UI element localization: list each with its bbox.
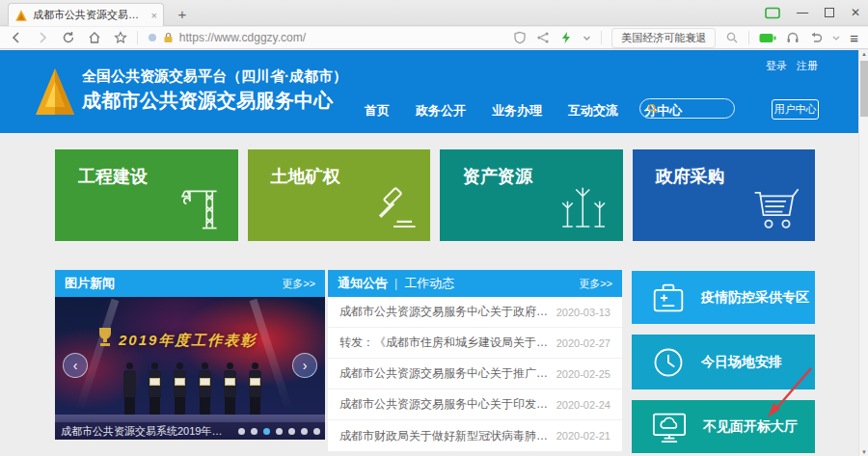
stage-banner-text: 2019年度工作表彰 bbox=[119, 332, 257, 350]
notice-row[interactable]: 成都市公共资源交易服务中心关于政府采购电子化... 2020-03-13 bbox=[328, 297, 622, 328]
forward-icon[interactable] bbox=[36, 31, 49, 44]
home-icon[interactable] bbox=[88, 31, 101, 44]
gavel-icon bbox=[368, 183, 419, 233]
register-link[interactable]: 注册 bbox=[797, 59, 818, 73]
minimize-button[interactable]: — bbox=[797, 3, 808, 22]
category-tiles: 工程建设 土地矿权 资产资源 bbox=[55, 149, 815, 241]
browser-window: 成都市公共资源交易服务中心 × + — ✕ https://ww bbox=[0, 0, 868, 456]
notice-row[interactable]: 成都市公共资源交易服务中心关于推广以电子保函... 2020-02-25 bbox=[328, 359, 622, 389]
clock-icon bbox=[651, 345, 686, 380]
close-button[interactable]: ✕ bbox=[851, 3, 860, 22]
scrollbar-up-icon[interactable]: ▲ bbox=[860, 51, 868, 57]
tile-land-mining[interactable]: 土地矿权 bbox=[248, 149, 431, 241]
chevron-down-icon[interactable] bbox=[583, 34, 591, 42]
wind-turbine-icon bbox=[557, 179, 611, 233]
share-icon[interactable] bbox=[536, 31, 550, 44]
titlebar: 成都市公共资源交易服务中心 × + — ✕ bbox=[0, 0, 868, 26]
user-center-button[interactable]: 用户中心 bbox=[772, 99, 819, 120]
tab-title: 成都市公共资源交易服务中心 bbox=[33, 8, 147, 22]
carousel-dots[interactable] bbox=[238, 428, 320, 435]
headset-icon[interactable] bbox=[786, 31, 800, 44]
scrollbar-thumb[interactable] bbox=[860, 61, 868, 117]
site-search-icon bbox=[647, 103, 658, 114]
notices-title[interactable]: 通知公告 bbox=[338, 275, 388, 292]
center-title: 成都市公共资源交易服务中心 bbox=[82, 88, 333, 114]
work-updates-tab[interactable]: 工作动态 bbox=[404, 275, 454, 292]
annotation-arrow-icon bbox=[765, 364, 815, 420]
trophy-icon bbox=[95, 326, 115, 347]
new-tab-button[interactable]: + bbox=[172, 5, 193, 24]
menu-icon[interactable]: ≡ bbox=[850, 30, 858, 46]
favicon-icon bbox=[14, 9, 28, 22]
lock-icon bbox=[163, 32, 174, 43]
nav-interaction[interactable]: 互动交流 bbox=[568, 102, 618, 120]
site-header: 全国公共资源交易平台（四川省·成都市） 成都市公共资源交易服务中心 登录 注册 … bbox=[0, 50, 858, 133]
favorites-star-icon[interactable] bbox=[114, 31, 127, 44]
chevron-down-small-icon[interactable] bbox=[832, 34, 840, 41]
platform-title: 全国公共资源交易平台（四川省·成都市） bbox=[82, 67, 347, 86]
monitor-cloud-icon bbox=[651, 411, 688, 443]
notices-more-link[interactable]: 更多>> bbox=[579, 277, 612, 291]
first-aid-kit-icon bbox=[651, 282, 686, 314]
shield-icon[interactable] bbox=[513, 31, 527, 44]
carousel-next-button[interactable]: › bbox=[292, 353, 317, 378]
cart-icon bbox=[751, 183, 803, 233]
news-ticker[interactable]: 美国经济可能衰退 bbox=[611, 28, 716, 48]
flash-icon[interactable] bbox=[559, 31, 573, 44]
site-search-input[interactable] bbox=[639, 98, 735, 119]
back-icon[interactable] bbox=[10, 31, 23, 44]
browser-mode-icon[interactable] bbox=[765, 7, 780, 19]
carousel-caption: 成都市公共资源交易系统2019年度... bbox=[55, 422, 325, 440]
nav-business[interactable]: 业务办理 bbox=[492, 102, 542, 120]
login-link[interactable]: 登录 bbox=[766, 59, 787, 73]
sidebar-epidemic-zone-button[interactable]: 疫情防控采供专区 bbox=[632, 271, 815, 324]
undo-icon[interactable] bbox=[809, 31, 823, 44]
site-info-icon[interactable] bbox=[148, 33, 157, 42]
refresh-icon[interactable] bbox=[62, 31, 75, 44]
scrollbar-down-icon[interactable]: ▼ bbox=[860, 449, 868, 455]
site-logo-icon bbox=[35, 67, 75, 117]
tile-procurement[interactable]: 政府采购 bbox=[633, 149, 816, 241]
nav-home[interactable]: 首页 bbox=[365, 102, 390, 120]
notice-list: 成都市公共资源交易服务中心关于政府采购电子化... 2020-03-13 转发：… bbox=[328, 297, 622, 451]
crane-icon bbox=[176, 179, 227, 233]
notice-row[interactable]: 成都市财政局关于做好新型冠状病毒肺炎疫情防控... 2020-02-21 bbox=[328, 420, 622, 451]
maximize-button[interactable] bbox=[825, 8, 834, 17]
carousel-prev-button[interactable]: ‹ bbox=[63, 353, 88, 378]
web-page: 全国公共资源交易平台（四川省·成都市） 成都市公共资源交易服务中心 登录 注册 … bbox=[0, 50, 868, 456]
tile-engineering[interactable]: 工程建设 bbox=[55, 149, 238, 241]
browser-tab[interactable]: 成都市公共资源交易服务中心 × bbox=[8, 3, 164, 26]
picture-news-more-link[interactable]: 更多>> bbox=[282, 277, 315, 291]
main-nav: 首页 政务公开 业务办理 互动交流 分中心 bbox=[365, 102, 682, 120]
battery-icon[interactable] bbox=[759, 33, 776, 43]
notices-header: 通知公告 | 工作动态 更多>> bbox=[328, 270, 622, 297]
notice-row[interactable]: 成都市公共资源交易服务中心关于印发《成都市20... 2020-02-24 bbox=[328, 389, 622, 420]
url-text[interactable]: https://www.cdggzy.com/ bbox=[179, 31, 306, 44]
picture-news-title: 图片新闻 bbox=[65, 275, 115, 292]
browser-toolbar: https://www.cdggzy.com/ 美国经济可能衰退 ≡ bbox=[0, 27, 868, 49]
tile-assets[interactable]: 资产资源 bbox=[440, 149, 623, 241]
news-carousel[interactable]: 2019年度工作表彰 ‹ › 成都市公共资源交易系统2019年度... bbox=[55, 297, 325, 440]
address-bar[interactable]: https://www.cdggzy.com/ bbox=[148, 31, 513, 44]
search-icon[interactable] bbox=[725, 31, 739, 44]
tab-close-icon[interactable]: × bbox=[151, 10, 157, 21]
notice-row[interactable]: 转发：《成都市住房和城乡建设局关于房屋建筑和... 2020-02-27 bbox=[328, 328, 622, 359]
nav-gov-disclosure[interactable]: 政务公开 bbox=[416, 102, 466, 120]
picture-news-header: 图片新闻 更多>> bbox=[55, 270, 325, 297]
page-scrollbar[interactable]: ▲ ▼ bbox=[858, 50, 868, 456]
